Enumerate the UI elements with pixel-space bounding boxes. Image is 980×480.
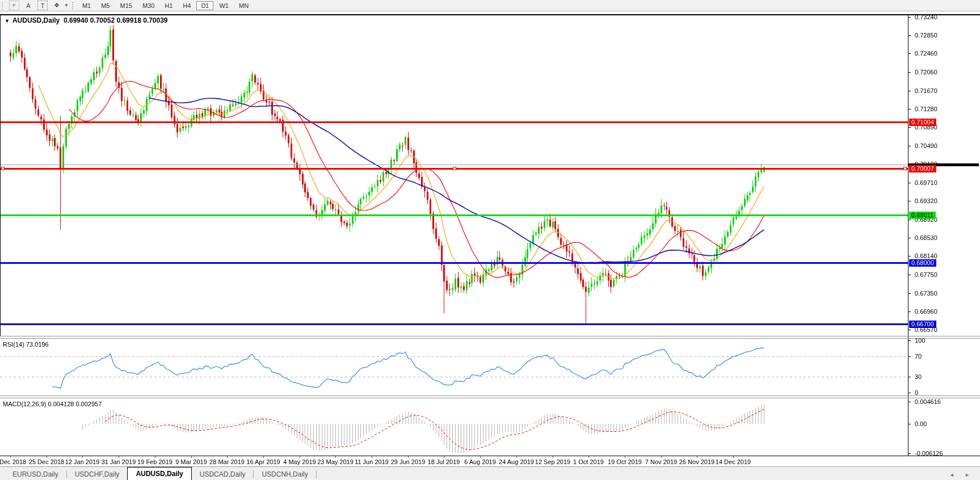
date-tick-label: 24 Aug 2019 [499, 458, 534, 465]
date-tick-label: 29 Jun 2019 [391, 458, 426, 465]
price-tick-label: 0.66960 [915, 308, 937, 315]
price-tick-mark [909, 72, 911, 73]
chart-tab-bar: EURUSD,DailyUSDCHF,DailyAUDUSD,DailyUSDC… [0, 466, 980, 480]
chart-region: ▼AUDUSD,Daily 0.69940 0.70052 0.69918 0.… [0, 11, 980, 466]
price-tick-mark [909, 275, 911, 275]
date-tick-label: 16 Apr 2019 [246, 458, 280, 465]
shapes-icon[interactable]: ❖ [52, 1, 61, 10]
date-tick-label: 7 Nov 2019 [645, 458, 677, 465]
toolbar-grip-2[interactable] [72, 2, 75, 10]
macd-tick-mark [909, 453, 911, 454]
price-tick-mark [909, 53, 911, 54]
date-tick-mark [119, 456, 119, 458]
timeframe-h4[interactable]: H4 [178, 1, 195, 10]
date-tick-label: 28 Mar 2019 [209, 458, 245, 465]
ohlc-low: 0.69918 [116, 16, 141, 24]
date-tick-label: 12 Jan 2019 [65, 458, 100, 465]
tab-audusd[interactable]: AUDUSD,Daily [127, 467, 191, 480]
ohlc-open: 0.69940 [64, 16, 88, 24]
price-tick-mark [909, 127, 911, 128]
price-tick-label: 0.69710 [915, 179, 937, 186]
price-tick-label: 0.67350 [915, 290, 937, 297]
macd-value: 0.004128 [48, 401, 74, 407]
chart-tabs: EURUSD,DailyUSDCHF,DailyAUDUSD,DailyUSDC… [5, 467, 317, 480]
date-tick-mark [588, 456, 589, 458]
price-tick-mark [909, 293, 911, 294]
timeframe-m15[interactable]: M15 [115, 1, 136, 10]
tab-usdchf[interactable]: USDCHF,Daily [67, 469, 128, 480]
date-tick-mark [444, 456, 444, 458]
price-tick-label: 0.68530 [915, 234, 937, 241]
date-tick-mark [553, 456, 553, 458]
tab-usdcad[interactable]: USDCAD,Daily [192, 469, 254, 480]
macd-tick-mark [909, 424, 911, 424]
date-tick-label: 19 Oct 2019 [608, 458, 642, 465]
date-tick-mark [372, 456, 372, 458]
toolbar-icons: FAT❖▼ [7, 1, 70, 10]
date-tick-label: 12 Sep 2019 [535, 458, 570, 465]
date-tick-label: 25 Dec 2018 [29, 458, 64, 465]
tab-eurusd[interactable]: EURUSD,Daily [5, 469, 66, 480]
mt4-window: FAT❖▼ M1M5M15M30H1H4D1W1MN ▼AUDUSD,Daily… [0, 0, 980, 480]
timeframe-m5[interactable]: M5 [96, 1, 114, 10]
chart-title: ▼AUDUSD,Daily 0.69940 0.70052 0.69918 0.… [5, 16, 168, 24]
date-tick-mark [480, 456, 481, 458]
macd-signal-value: 0.002957 [75, 401, 102, 407]
rsi-header: RSI(14) 73.0196 [3, 341, 49, 348]
macd-label: MACD(12,26,9) [3, 401, 46, 407]
timeframe-d1[interactable]: D1 [196, 1, 213, 10]
rsi-tick-mark [909, 393, 911, 393]
timeframe-m30[interactable]: M30 [138, 1, 159, 10]
timeframe-mn[interactable]: MN [234, 1, 253, 10]
date-tick-label: 19 Feb 2019 [137, 458, 173, 465]
tab-usdcnh[interactable]: USDCNH,Daily [254, 469, 316, 480]
price-tick-label: 0.69320 [915, 197, 937, 204]
date-tick-mark [191, 456, 192, 458]
rsi-label: RSI(14) [3, 341, 24, 348]
price-tick-label: 0.67750 [915, 271, 937, 278]
expand-triangle-icon[interactable]: ▼ [5, 18, 10, 24]
timeframe-m1[interactable]: M1 [78, 1, 95, 10]
date-tick-label: 4 May 2019 [283, 458, 316, 465]
timeframe-w1[interactable]: W1 [214, 1, 233, 10]
tab-separator [316, 470, 317, 478]
date-tick-mark [227, 456, 228, 458]
toolbar-grip[interactable] [2, 2, 5, 10]
date-tick-label: 6 Dec 2018 [0, 458, 26, 465]
date-tick-mark [733, 456, 734, 458]
chart-canvas[interactable] [0, 11, 980, 466]
price-tick-mark [909, 146, 911, 146]
price-tick-mark [909, 330, 911, 330]
rsi-tick-mark [909, 377, 911, 377]
date-tick-label: 9 Mar 2019 [175, 458, 207, 465]
price-tick-label: 0.73240 [915, 14, 937, 20]
date-tick-mark [697, 456, 697, 458]
timeframe-h1[interactable]: H1 [160, 1, 177, 10]
date-tick-mark [625, 456, 625, 458]
dropdown-caret-icon[interactable]: ▼ [64, 3, 69, 8]
price-tick-mark [909, 256, 911, 256]
toolbar: FAT❖▼ M1M5M15M30H1H4D1W1MN [0, 0, 980, 11]
price-tick-label: 0.72850 [915, 32, 937, 39]
date-tick-mark [263, 456, 264, 458]
timeframe-group: M1M5M15M30H1H4D1W1MN [77, 1, 254, 10]
price-tick-mark [909, 91, 911, 91]
rsi-tick-label: 100 [915, 337, 925, 344]
text-label-icon[interactable]: T [37, 1, 48, 10]
price-tick-mark [909, 201, 911, 201]
date-tick-mark [408, 456, 409, 458]
ohlc-close: 0.70039 [143, 16, 167, 24]
price-tick-mark [909, 220, 911, 220]
tab-scroll-arrows[interactable]: ◄ ► [949, 472, 974, 478]
rsi-tick-label: 30 [915, 373, 922, 380]
date-tick-label: 1 Oct 2019 [573, 458, 604, 465]
price-tick-label: 0.71670 [915, 87, 937, 94]
date-tick-label: 11 Jun 2019 [355, 458, 389, 465]
hline-price-label: 0.66700 [909, 321, 936, 328]
date-tick-label: 31 Jan 2019 [102, 458, 136, 465]
font-icon[interactable]: A [24, 1, 33, 10]
date-tick-mark [661, 456, 662, 458]
crosshair-grid-icon[interactable]: F [9, 1, 19, 10]
macd-tick-label: 0.00 [915, 420, 927, 427]
date-tick-mark [82, 456, 83, 458]
